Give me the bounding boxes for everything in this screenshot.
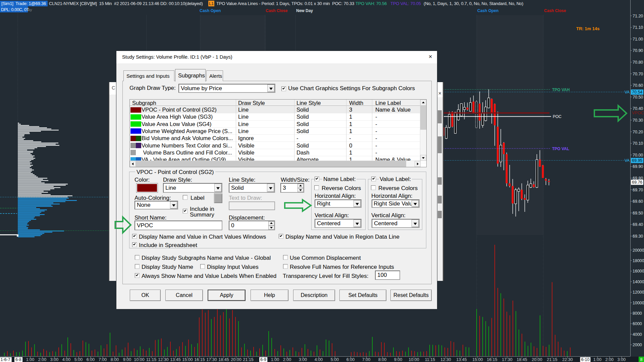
- svg-text:6-8: 6-8: [15, 357, 21, 362]
- svg-text:16:15: 16:15: [194, 357, 205, 362]
- svg-text:15:00: 15:00: [472, 357, 483, 362]
- svg-text:Cash Open: Cash Open: [477, 8, 498, 13]
- svg-text:20:00: 20:00: [231, 357, 241, 362]
- svg-text:1:00: 1:00: [26, 357, 34, 362]
- svg-text:Cash Open: Cash Open: [200, 8, 221, 13]
- svg-text:Cash Close: Cash Close: [544, 8, 566, 13]
- svg-text:69.90: 69.90: [633, 164, 643, 169]
- svg-text:11:15: 11:15: [146, 357, 156, 362]
- svg-text:POC: POC: [553, 114, 561, 119]
- svg-text:2:00: 2:00: [283, 357, 291, 362]
- svg-text:17:30: 17:30: [206, 357, 217, 362]
- svg-text:9:00: 9:00: [123, 357, 131, 362]
- svg-text:18:45: 18:45: [517, 357, 527, 362]
- svg-text:12000: 12000: [633, 290, 644, 295]
- svg-text:1-6-7: 1-6-7: [0, 357, 10, 362]
- svg-text:20:00: 20:00: [532, 357, 542, 362]
- svg-text:6:00: 6:00: [346, 357, 355, 362]
- svg-text:13:45: 13:45: [456, 357, 467, 362]
- svg-text:2000: 2000: [633, 343, 642, 347]
- svg-text:TPO VAL: TPO VAL: [552, 146, 569, 151]
- svg-text:69.70: 69.70: [633, 188, 643, 192]
- svg-text:70.30: 70.30: [633, 118, 643, 123]
- svg-text:3:00: 3:00: [50, 357, 58, 362]
- svg-text:12:30: 12:30: [158, 357, 168, 362]
- svg-text:8:00: 8:00: [378, 357, 386, 362]
- svg-text:18:45: 18:45: [218, 357, 229, 362]
- svg-text:VPOC: VPOC: [632, 111, 644, 115]
- svg-text:16000: 16000: [633, 269, 644, 274]
- svg-text:4000: 4000: [633, 332, 642, 337]
- svg-text:69.40: 69.40: [633, 222, 643, 227]
- svg-text:70.20: 70.20: [633, 130, 643, 134]
- svg-text:7:00: 7:00: [362, 357, 370, 362]
- svg-text:11:15: 11:15: [425, 357, 435, 362]
- svg-text:12:30: 12:30: [440, 357, 451, 362]
- svg-text:6:00: 6:00: [87, 357, 95, 362]
- svg-text:21:15: 21:15: [547, 357, 557, 362]
- svg-text:16:15: 16:15: [487, 357, 497, 362]
- svg-text:21:15: 21:15: [243, 357, 253, 362]
- svg-text:70.80: 70.80: [633, 60, 643, 65]
- svg-text:14000: 14000: [633, 280, 644, 284]
- svg-text:TR: 1m 14s: TR: 1m 14s: [576, 26, 599, 31]
- svg-text:13:45: 13:45: [170, 357, 180, 362]
- svg-text:1:00: 1:00: [271, 357, 279, 362]
- svg-text:15:00: 15:00: [182, 357, 193, 362]
- svg-text:Cash Close: Cash Close: [266, 8, 288, 13]
- svg-text:9:00: 9:00: [394, 357, 402, 362]
- svg-text:1:00: 1:00: [593, 357, 601, 362]
- svg-text:71.00: 71.00: [633, 37, 643, 42]
- svg-text:70.70: 70.70: [633, 72, 643, 76]
- svg-text:18000: 18000: [633, 258, 644, 263]
- svg-text:20000: 20000: [633, 248, 644, 253]
- svg-text:2:00: 2:00: [605, 357, 613, 362]
- svg-text:TPO VAH: TPO VAH: [552, 87, 570, 92]
- svg-text:6000: 6000: [633, 321, 642, 326]
- svg-text:7:00: 7:00: [99, 357, 107, 362]
- svg-text:70.60: 70.60: [633, 83, 643, 88]
- svg-text:70.00: 70.00: [633, 153, 643, 158]
- svg-text:70.10: 70.10: [633, 141, 643, 146]
- svg-text:70.90: 70.90: [633, 48, 643, 53]
- svg-text:69.95: 69.95: [632, 158, 642, 163]
- svg-text:10:00: 10:00: [409, 357, 419, 362]
- svg-text:8:00: 8:00: [111, 357, 119, 362]
- svg-text:5:00: 5:00: [74, 357, 83, 362]
- svg-text:71.20: 71.20: [633, 14, 643, 18]
- svg-text:4:00: 4:00: [62, 357, 70, 362]
- svg-text:10:00: 10:00: [134, 357, 144, 362]
- svg-text:69.50: 69.50: [633, 211, 643, 216]
- svg-text:2:00: 2:00: [38, 357, 46, 362]
- svg-text:VA: VA: [625, 158, 630, 163]
- svg-text:70.50: 70.50: [633, 95, 643, 100]
- svg-text:8000: 8000: [633, 311, 642, 316]
- svg-text:10000: 10000: [633, 301, 644, 305]
- svg-text:8: 8: [640, 357, 643, 362]
- svg-text:69.76: 69.76: [632, 180, 642, 185]
- svg-text:71.10: 71.10: [633, 25, 643, 30]
- svg-text:5:00: 5:00: [331, 357, 339, 362]
- svg-text:6-10: 6-10: [581, 357, 589, 362]
- svg-text:3:00: 3:00: [618, 357, 626, 362]
- svg-text:New Day: New Day: [296, 8, 313, 13]
- svg-text:69.60: 69.60: [633, 199, 643, 204]
- svg-text:3:00: 3:00: [299, 357, 307, 362]
- svg-text:4:00: 4:00: [315, 357, 323, 362]
- svg-text:70.54: 70.54: [632, 90, 642, 95]
- svg-text:69.30: 69.30: [633, 234, 643, 239]
- svg-text:17:30: 17:30: [502, 357, 512, 362]
- svg-text:VA: VA: [625, 90, 630, 95]
- svg-text:22:30: 22:30: [562, 357, 573, 362]
- svg-text:6-9: 6-9: [260, 357, 266, 362]
